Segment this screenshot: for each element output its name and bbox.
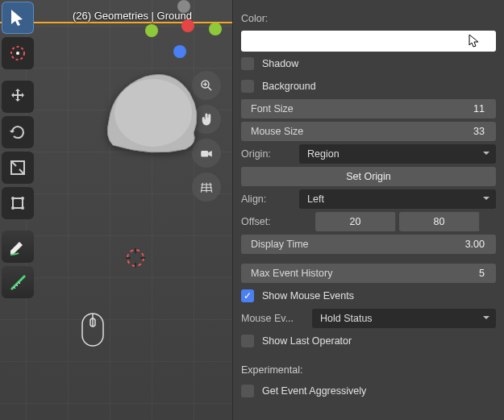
svg-rect-3 [13, 198, 23, 208]
background-checkbox[interactable] [241, 80, 254, 93]
tool-scale[interactable] [2, 152, 34, 184]
get-event-aggr-checkbox[interactable] [241, 385, 254, 397]
color-label: Color: [241, 13, 299, 24]
color-picker[interactable] [241, 31, 496, 52]
axis-neg[interactable] [177, 0, 190, 13]
show-last-op-label: Show Last Operator [262, 335, 352, 347]
svg-point-4 [11, 197, 15, 200]
get-event-aggr-label: Get Event Aggressively [262, 385, 366, 397]
mouse-size-field[interactable]: Mouse Size33 [241, 122, 496, 141]
tool-select[interactable] [2, 2, 34, 34]
tool-measure[interactable] [2, 266, 34, 298]
shadow-label: Shadow [262, 58, 298, 69]
view-gizmo[interactable] [157, 2, 206, 50]
cursor-3d-icon [124, 247, 147, 269]
show-last-op-checkbox[interactable] [241, 335, 254, 347]
svg-point-6 [11, 206, 15, 210]
align-label: Align: [241, 193, 299, 205]
properties-panel: Color: Shadow Background Font Size11 Mou… [232, 0, 504, 420]
offset-y-field[interactable]: 80 [399, 212, 480, 231]
max-history-field[interactable]: Max Event History5 [241, 264, 496, 283]
axis-y[interactable] [145, 24, 158, 37]
mouse-ev-select[interactable]: Hold Status [312, 309, 496, 328]
svg-point-5 [21, 197, 24, 200]
axis-x[interactable] [181, 19, 194, 32]
svg-point-1 [16, 52, 19, 55]
axis-y2[interactable] [209, 23, 222, 35]
grid-icon[interactable] [192, 173, 221, 202]
experimental-heading: Experimental: [241, 364, 496, 376]
mesh-object[interactable] [97, 56, 210, 169]
origin-select[interactable]: Region [299, 144, 496, 164]
set-origin-button[interactable]: Set Origin [241, 167, 496, 186]
tool-rotate[interactable] [2, 116, 34, 148]
svg-point-7 [21, 206, 24, 210]
cursor-pointer-icon [469, 34, 481, 48]
shadow-checkbox[interactable] [241, 57, 254, 70]
mouse-ev-label: Mouse Ev... [241, 313, 312, 324]
tool-cursor[interactable] [2, 37, 34, 69]
mouse-indicator-icon [81, 312, 105, 347]
font-size-field[interactable]: Font Size11 [241, 99, 496, 119]
display-time-field[interactable]: Display Time3.00 [241, 235, 496, 254]
origin-label: Origin: [241, 148, 299, 160]
background-label: Background [262, 81, 316, 92]
svg-point-10 [115, 79, 192, 147]
viewport-3d[interactable]: (26) Geometries | Ground [0, 0, 232, 420]
toolbar [2, 0, 37, 298]
tool-annotate[interactable] [2, 231, 34, 263]
show-mouse-label: Show Mouse Events [262, 290, 354, 301]
tool-transform[interactable] [2, 187, 34, 219]
align-select[interactable]: Left [299, 189, 496, 209]
show-mouse-checkbox[interactable] [241, 289, 254, 302]
offset-x-field[interactable]: 20 [315, 212, 396, 231]
tool-move[interactable] [2, 81, 34, 113]
offset-label: Offset: [241, 216, 299, 227]
